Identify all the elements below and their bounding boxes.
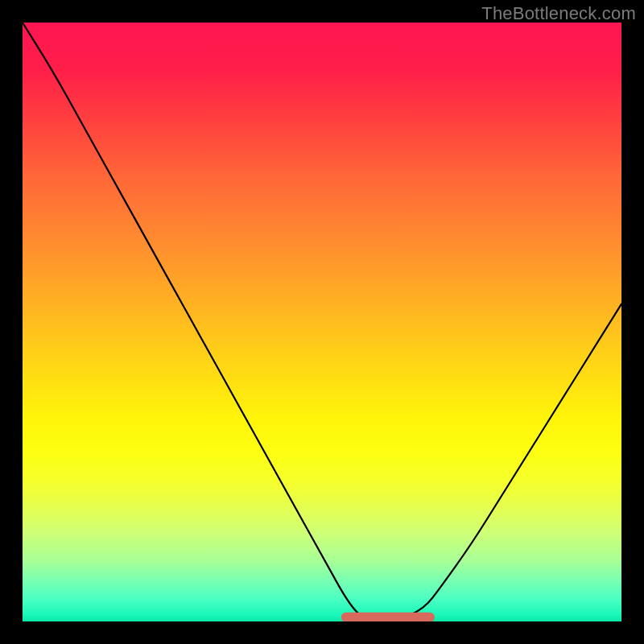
chart-svg — [23, 23, 621, 621]
bottleneck-curve — [23, 23, 621, 621]
watermark-text: TheBottleneck.com — [481, 3, 636, 24]
plot-area — [23, 23, 621, 621]
chart-frame: TheBottleneck.com — [0, 0, 644, 644]
